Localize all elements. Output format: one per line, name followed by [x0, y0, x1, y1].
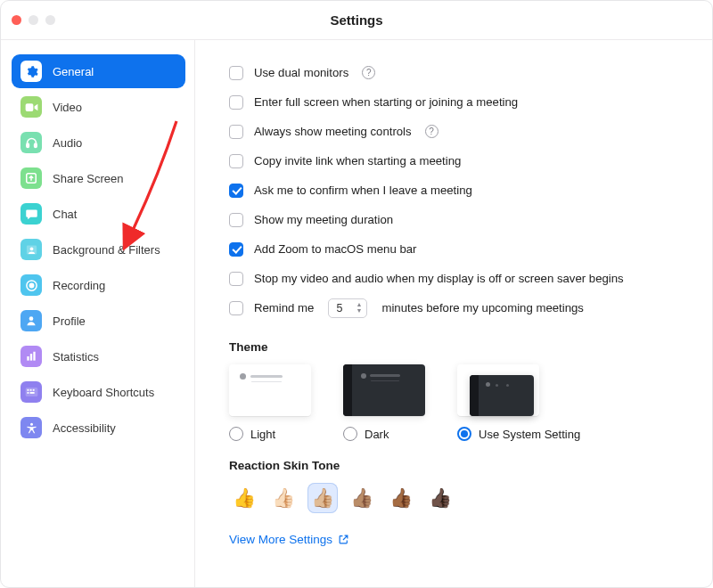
svg-point-8: [29, 316, 34, 321]
sidebar-item-statistics[interactable]: Statistics: [12, 339, 185, 373]
option-label: Add Zoom to macOS menu bar: [254, 242, 417, 256]
svg-rect-11: [33, 352, 35, 361]
sidebar-item-chat[interactable]: Chat: [12, 197, 185, 231]
svg-rect-0: [25, 103, 33, 111]
remind-minutes-stepper[interactable]: 5 ▲▼: [328, 298, 367, 318]
stepper-arrows[interactable]: ▲▼: [356, 301, 363, 314]
accessibility-icon: [20, 417, 42, 438]
theme-radio[interactable]: [457, 427, 471, 441]
sidebar-item-label: Video: [53, 101, 82, 114]
skin-tone-option[interactable]: 👍: [229, 483, 259, 513]
skin-tone-option[interactable]: 👍🏼: [307, 483, 338, 513]
option-label: Stop my video and audio when my display …: [254, 272, 624, 285]
option-row: Always show meeting controls?: [229, 117, 685, 146]
sidebar-item-profile[interactable]: Profile: [12, 304, 185, 338]
remind-suffix: minutes before my upcoming meetings: [381, 301, 584, 314]
gear-icon: [20, 61, 42, 82]
theme-option-light[interactable]: Light: [229, 364, 311, 441]
stats-icon: [20, 346, 42, 367]
video-icon: [20, 96, 42, 118]
sidebar-item-audio[interactable]: Audio: [12, 126, 185, 159]
svg-rect-15: [32, 389, 34, 391]
person-card-icon: [20, 239, 42, 260]
option-checkbox[interactable]: [229, 272, 243, 286]
skin-tone-option[interactable]: 👍🏻: [268, 483, 299, 513]
minimize-window-dot[interactable]: [29, 15, 38, 25]
svg-point-18: [30, 422, 33, 425]
sidebar-item-label: Profile: [53, 314, 86, 328]
option-label: Always show meeting controls: [254, 125, 412, 138]
window-controls: [12, 15, 55, 25]
sidebar-item-keyboard-shortcuts[interactable]: Keyboard Shortcuts: [12, 375, 185, 409]
sidebar-item-share-screen[interactable]: Share Screen: [12, 161, 185, 195]
view-more-settings-link[interactable]: View More Settings: [229, 533, 349, 546]
titlebar: Settings: [1, 1, 712, 40]
theme-radio[interactable]: [343, 427, 357, 441]
sidebar-item-label: Statistics: [53, 350, 99, 363]
svg-rect-9: [27, 356, 29, 361]
help-icon[interactable]: ?: [425, 125, 438, 138]
sidebar-item-label: Keyboard Shortcuts: [53, 386, 154, 399]
option-checkbox[interactable]: [229, 66, 243, 80]
sidebar-item-general[interactable]: General: [12, 54, 185, 88]
skin-tone-option[interactable]: 👍🏾: [386, 483, 416, 513]
svg-point-7: [29, 283, 33, 287]
option-label: Use dual monitors: [254, 66, 348, 79]
option-checkbox[interactable]: [229, 242, 243, 257]
svg-rect-13: [27, 389, 29, 391]
remind-prefix: Remind me: [254, 301, 314, 314]
theme-radio[interactable]: [229, 427, 243, 441]
svg-rect-16: [27, 392, 29, 394]
skin-tone-option[interactable]: 👍🏿: [425, 483, 455, 513]
close-window-dot[interactable]: [12, 15, 21, 25]
sidebar-item-label: Recording: [53, 279, 105, 292]
svg-point-5: [29, 247, 33, 250]
option-row: Show my meeting duration: [229, 205, 685, 234]
option-checkbox[interactable]: [229, 95, 243, 110]
option-label: Copy invite link when starting a meeting: [254, 154, 461, 167]
theme-option-system[interactable]: Use System Setting: [457, 364, 580, 441]
option-checkbox[interactable]: [229, 213, 243, 227]
skin-tone-picker: 👍👍🏻👍🏼👍🏽👍🏾👍🏿: [229, 483, 685, 513]
remind-checkbox[interactable]: [229, 301, 243, 315]
option-checkbox[interactable]: [229, 125, 243, 139]
option-label: Enter full screen when starting or joini…: [254, 95, 518, 109]
theme-radio-row[interactable]: Light: [229, 427, 311, 441]
sidebar-item-label: General: [53, 65, 94, 78]
headphones-icon: [20, 132, 42, 153]
option-row: Ask me to confirm when I leave a meeting: [229, 176, 685, 205]
svg-rect-10: [30, 354, 32, 361]
sidebar-item-background-filters[interactable]: Background & Filters: [12, 233, 185, 266]
sidebar-item-label: Audio: [53, 136, 82, 150]
theme-radio-row[interactable]: Dark: [343, 427, 425, 441]
help-icon[interactable]: ?: [362, 66, 375, 79]
record-icon: [20, 274, 42, 296]
option-checkbox[interactable]: [229, 154, 243, 168]
remind-minutes-value: 5: [336, 302, 342, 314]
theme-label: Light: [250, 428, 275, 441]
theme-label: Dark: [365, 428, 389, 441]
theme-radio-row[interactable]: Use System Setting: [457, 427, 580, 441]
option-row: Use dual monitors?: [229, 58, 685, 87]
sidebar-item-recording[interactable]: Recording: [12, 268, 185, 302]
theme-option-dark[interactable]: Dark: [343, 364, 425, 441]
share-icon: [20, 167, 42, 189]
svg-rect-2: [34, 143, 37, 147]
svg-rect-17: [29, 392, 34, 394]
chat-icon: [20, 203, 42, 225]
theme-label: Use System Setting: [479, 428, 580, 441]
option-label: Show my meeting duration: [254, 213, 393, 226]
theme-thumb-system: [457, 364, 539, 416]
option-checkbox[interactable]: [229, 184, 243, 198]
zoom-window-dot[interactable]: [45, 15, 55, 25]
option-row: Stop my video and audio when my display …: [229, 264, 685, 293]
skin-tone-heading: Reaction Skin Tone: [229, 459, 685, 472]
sidebar: GeneralVideoAudioShare ScreenChatBackgro…: [1, 40, 195, 588]
option-label: Ask me to confirm when I leave a meeting: [254, 184, 472, 197]
sidebar-item-accessibility[interactable]: Accessibility: [12, 411, 185, 445]
svg-rect-1: [26, 143, 29, 147]
skin-tone-option[interactable]: 👍🏽: [347, 483, 377, 513]
keyboard-icon: [20, 381, 42, 403]
svg-rect-14: [29, 389, 31, 391]
sidebar-item-video[interactable]: Video: [12, 90, 185, 124]
